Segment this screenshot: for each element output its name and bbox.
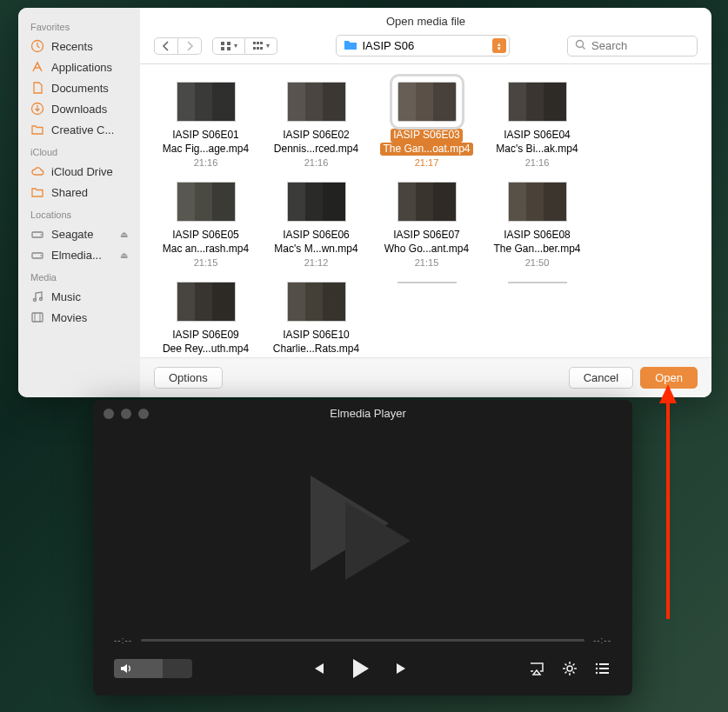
file-name-line1: IASIP S06E09 xyxy=(170,329,242,343)
sidebar-item-label: iCloud Drive xyxy=(51,165,113,178)
clock-icon xyxy=(30,39,44,53)
annotation-arrow xyxy=(658,384,692,628)
svg-point-20 xyxy=(596,668,598,669)
sidebar-item-label: Movies xyxy=(51,311,87,324)
svg-point-17 xyxy=(577,40,584,47)
file-thumbnail xyxy=(177,282,236,322)
folder-icon xyxy=(30,123,44,136)
music-icon xyxy=(30,289,44,303)
sidebar-item-label: Music xyxy=(51,290,81,303)
svg-rect-10 xyxy=(227,47,230,50)
sidebar-item[interactable]: iCloud Drive xyxy=(18,161,140,182)
previous-button[interactable] xyxy=(309,660,326,677)
disk-icon xyxy=(30,248,44,262)
file-duration: 21:50 xyxy=(525,257,550,268)
file-item[interactable] xyxy=(482,282,592,299)
svg-rect-7 xyxy=(221,42,224,45)
file-thumbnail xyxy=(508,282,567,283)
file-name-line1: IASIP S06E07 xyxy=(391,229,463,243)
file-name-line1: IASIP S06E02 xyxy=(280,129,352,143)
sidebar-item[interactable]: Creative C... xyxy=(18,119,140,140)
file-thumbnail xyxy=(287,182,346,222)
file-name-line1: IASIP S06E06 xyxy=(280,229,352,243)
view-icons-button[interactable]: ▾ xyxy=(212,37,245,55)
file-duration: 21:15 xyxy=(194,257,218,268)
sidebar-item[interactable]: Seagate⏏ xyxy=(18,223,140,244)
movies-icon xyxy=(30,310,44,324)
sidebar-item[interactable]: Downloads xyxy=(18,98,140,119)
sidebar-item[interactable]: Recents xyxy=(18,36,140,57)
sidebar-item[interactable]: Documents xyxy=(18,77,140,98)
volume-slider[interactable] xyxy=(114,659,192,678)
file-name-line2: Mac's M...wn.mp4 xyxy=(271,243,360,256)
file-name-line1: IASIP S06E10 xyxy=(280,329,352,343)
file-thumbnail xyxy=(508,82,567,122)
svg-rect-9 xyxy=(221,47,224,50)
volume-icon xyxy=(119,662,133,675)
file-thumbnail xyxy=(287,282,346,322)
play-button[interactable] xyxy=(347,655,373,682)
sidebar-item-label: Creative C... xyxy=(51,123,114,136)
search-input[interactable] xyxy=(591,39,690,52)
eject-icon[interactable]: ⏏ xyxy=(120,230,128,239)
media-player-window: Elmedia Player --:-- --:-- xyxy=(93,400,632,695)
file-item[interactable]: IASIP S06E02 Dennis...rced.mp4 21:16 xyxy=(261,82,371,178)
sidebar: FavoritesRecentsApplicationsDocumentsDow… xyxy=(18,8,140,397)
cancel-button[interactable]: Cancel xyxy=(569,367,633,389)
file-item[interactable]: IASIP S06E05 Mac an...rash.mp4 21:15 xyxy=(150,182,261,278)
sidebar-item[interactable]: Movies xyxy=(18,307,140,328)
forward-button[interactable] xyxy=(178,37,202,55)
doc-icon xyxy=(30,81,44,95)
svg-rect-16 xyxy=(260,47,263,50)
player-logo-icon xyxy=(302,467,424,589)
player-viewport[interactable] xyxy=(93,427,632,629)
sidebar-header: Locations xyxy=(18,203,140,223)
svg-rect-13 xyxy=(260,42,263,44)
playlist-button[interactable] xyxy=(594,660,611,677)
file-thumbnail xyxy=(508,182,567,222)
file-item[interactable]: IASIP S06E01 Mac Fig...age.mp4 21:16 xyxy=(150,82,261,178)
sidebar-header: Media xyxy=(18,265,140,286)
options-button[interactable]: Options xyxy=(154,367,223,389)
file-item[interactable]: IASIP S06E10 Charlie...Rats.mp4 21:16 xyxy=(261,282,371,357)
airplay-button[interactable] xyxy=(528,660,545,677)
sidebar-item-label: Elmedia... xyxy=(51,249,102,262)
file-item[interactable]: IASIP S06E09 Dee Rey...uth.mp4 21:05 xyxy=(150,282,261,357)
file-item[interactable]: IASIP S06E03 The Gan...oat.mp4 21:17 xyxy=(371,82,482,178)
button-bar: Options Cancel Open xyxy=(140,357,711,397)
back-button[interactable] xyxy=(154,37,178,55)
next-button[interactable] xyxy=(394,660,411,677)
sidebar-header: iCloud xyxy=(18,140,140,161)
file-thumbnail xyxy=(177,82,236,122)
settings-button[interactable] xyxy=(561,660,578,677)
sidebar-item[interactable]: Music xyxy=(18,286,140,307)
sidebar-item-label: Seagate xyxy=(51,228,93,241)
path-dropdown[interactable]: IASIP S06 ▴▾ xyxy=(336,35,510,57)
file-item[interactable]: IASIP S06E08 The Gan...ber.mp4 21:50 xyxy=(482,182,592,278)
svg-rect-8 xyxy=(227,42,230,45)
progress-bar[interactable] xyxy=(141,639,584,642)
file-name-line2: Dennis...rced.mp4 xyxy=(271,143,361,156)
sidebar-item[interactable]: Shared xyxy=(18,182,140,203)
file-duration: 21:17 xyxy=(415,157,439,168)
sidebar-item-label: Downloads xyxy=(51,103,107,116)
file-item[interactable]: IASIP S06E07 Who Go...ant.mp4 21:15 xyxy=(371,182,482,278)
file-grid: IASIP S06E01 Mac Fig...age.mp4 21:16 IAS… xyxy=(140,64,711,357)
toolbar: ▾ ▾ IASIP S06 ▴▾ xyxy=(140,31,711,64)
open-button[interactable]: Open xyxy=(640,367,698,389)
svg-rect-11 xyxy=(253,42,256,44)
chevron-updown-icon: ▴▾ xyxy=(492,38,506,53)
file-item[interactable]: IASIP S06E04 Mac's Bi...ak.mp4 21:16 xyxy=(482,82,592,178)
sidebar-item[interactable]: Applications xyxy=(18,57,140,77)
svg-point-18 xyxy=(567,666,572,671)
view-group-button[interactable]: ▾ xyxy=(245,37,277,55)
file-item[interactable] xyxy=(371,282,482,299)
time-elapsed: --:-- xyxy=(114,635,132,645)
traffic-light-minimize[interactable] xyxy=(121,409,131,419)
eject-icon[interactable]: ⏏ xyxy=(120,250,128,260)
sidebar-item[interactable]: Elmedia...⏏ xyxy=(18,244,140,265)
file-item[interactable]: IASIP S06E06 Mac's M...wn.mp4 21:12 xyxy=(261,182,371,278)
traffic-light-zoom[interactable] xyxy=(138,409,149,419)
traffic-light-close[interactable] xyxy=(104,409,114,419)
search-field[interactable] xyxy=(567,36,698,57)
